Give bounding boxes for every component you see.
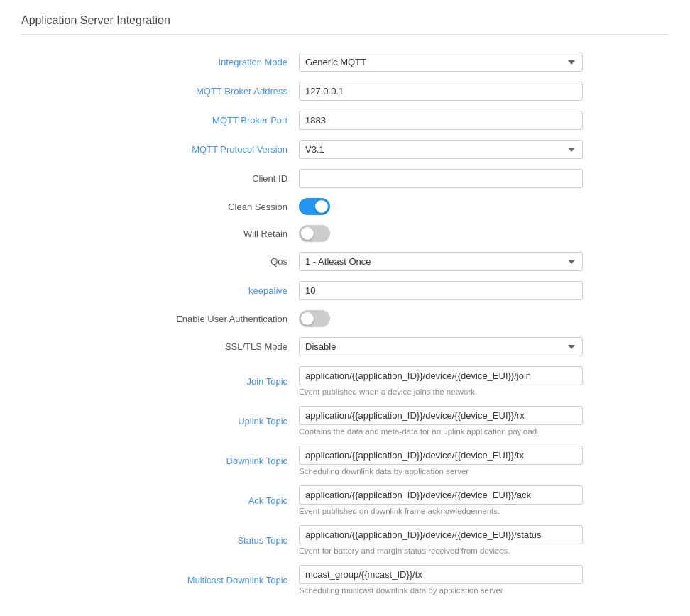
enable-user-auth-row: Enable User Authentication — [21, 305, 669, 332]
enable-user-auth-label: Enable User Authentication — [21, 305, 293, 332]
ssl-tls-mode-label: SSL/TLS Mode — [21, 332, 293, 361]
integration-mode-label: Integration Mode — [21, 48, 293, 77]
qos-row: Qos 0 - At most once 1 - Atleast Once 2 … — [21, 247, 669, 276]
mqtt-protocol-version-label: MQTT Protocol Version — [21, 135, 293, 164]
downlink-topic-cell: Scheduling downlink data by application … — [293, 441, 669, 480]
multicast-downlink-topic-input[interactable] — [299, 565, 583, 584]
mqtt-broker-port-input[interactable] — [299, 111, 583, 130]
downlink-topic-hint: Scheduling downlink data by application … — [299, 467, 583, 475]
ssl-tls-mode-cell: Disable CA signed Self-signed — [293, 332, 669, 361]
client-id-label: Client ID — [21, 164, 293, 193]
ack-topic-label: Ack Topic — [21, 480, 293, 520]
status-topic-cell: Event for battery and margin status rece… — [293, 520, 669, 560]
join-topic-input[interactable] — [299, 366, 583, 385]
qos-cell: 0 - At most once 1 - Atleast Once 2 - Ex… — [293, 247, 669, 276]
ssl-tls-mode-row: SSL/TLS Mode Disable CA signed Self-sign… — [21, 332, 669, 361]
qos-label: Qos — [21, 247, 293, 276]
keepalive-row: keepalive — [21, 276, 669, 305]
mqtt-broker-port-label: MQTT Broker Port — [21, 106, 293, 135]
uplink-topic-row: Uplink Topic Contains the data and meta-… — [21, 401, 669, 441]
mqtt-broker-address-cell — [293, 77, 669, 106]
mqtt-protocol-version-select[interactable]: V3.1 V3.1.1 V5.0 — [299, 140, 583, 159]
status-topic-row: Status Topic Event for battery and margi… — [21, 520, 669, 560]
status-topic-label: Status Topic — [21, 520, 293, 560]
join-topic-row: Join Topic Event published when a device… — [21, 361, 669, 401]
status-topic-input[interactable] — [299, 525, 583, 544]
multicast-downlink-topic-row: Multicast Downlink Topic Scheduling mult… — [21, 560, 669, 600]
uplink-topic-input[interactable] — [299, 406, 583, 425]
mqtt-protocol-version-cell: V3.1 V3.1.1 V5.0 — [293, 135, 669, 164]
uplink-topic-cell: Contains the data and meta-data for an u… — [293, 401, 669, 441]
qos-select[interactable]: 0 - At most once 1 - Atleast Once 2 - Ex… — [299, 252, 583, 271]
keepalive-input[interactable] — [299, 281, 583, 300]
mqtt-broker-address-label: MQTT Broker Address — [21, 77, 293, 106]
multicast-downlink-topic-cell: Scheduling multicast downlink data by ap… — [293, 560, 669, 600]
client-id-input[interactable] — [299, 169, 583, 188]
clean-session-toggle[interactable] — [299, 198, 330, 215]
keepalive-cell — [293, 276, 669, 305]
downlink-topic-input[interactable] — [299, 446, 583, 465]
mqtt-protocol-version-row: MQTT Protocol Version V3.1 V3.1.1 V5.0 — [21, 135, 669, 164]
client-id-cell — [293, 164, 669, 193]
status-topic-hint: Event for battery and margin status rece… — [299, 546, 583, 555]
will-retain-cell — [293, 220, 669, 247]
ack-topic-input[interactable] — [299, 485, 583, 505]
client-id-row: Client ID — [21, 164, 669, 193]
multicast-downlink-topic-label: Multicast Downlink Topic — [21, 560, 293, 600]
enable-user-auth-toggle[interactable] — [299, 310, 330, 327]
will-retain-label: Will Retain — [21, 220, 293, 247]
uplink-topic-hint: Contains the data and meta-data for an u… — [299, 427, 583, 436]
multicast-downlink-topic-hint: Scheduling multicast downlink data by ap… — [299, 586, 583, 595]
keepalive-label: keepalive — [21, 276, 293, 305]
join-topic-label: Join Topic — [21, 361, 293, 401]
downlink-topic-row: Downlink Topic Scheduling downlink data … — [21, 441, 669, 480]
enable-user-auth-cell — [293, 305, 669, 332]
will-retain-row: Will Retain — [21, 220, 669, 247]
downlink-topic-label: Downlink Topic — [21, 441, 293, 480]
integration-mode-cell: Generic MQTT TTN AWS IoT — [293, 48, 669, 77]
ack-topic-row: Ack Topic Event published on downlink fr… — [21, 480, 669, 520]
uplink-topic-label: Uplink Topic — [21, 401, 293, 441]
mqtt-broker-port-cell — [293, 106, 669, 135]
ssl-tls-mode-select[interactable]: Disable CA signed Self-signed — [299, 337, 583, 356]
integration-mode-select[interactable]: Generic MQTT TTN AWS IoT — [299, 53, 583, 72]
clean-session-row: Clean Session — [21, 193, 669, 220]
mqtt-broker-address-input[interactable] — [299, 82, 583, 101]
page-title: Application Server Integration — [21, 14, 669, 35]
will-retain-toggle[interactable] — [299, 225, 330, 242]
mqtt-broker-address-row: MQTT Broker Address — [21, 77, 669, 106]
ack-topic-cell: Event published on downlink frame acknow… — [293, 480, 669, 520]
integration-form: Integration Mode Generic MQTT TTN AWS Io… — [21, 48, 669, 600]
mqtt-broker-port-row: MQTT Broker Port — [21, 106, 669, 135]
integration-mode-row: Integration Mode Generic MQTT TTN AWS Io… — [21, 48, 669, 77]
ack-topic-hint: Event published on downlink frame acknow… — [299, 507, 583, 515]
join-topic-hint: Event published when a device joins the … — [299, 387, 583, 396]
clean-session-cell — [293, 193, 669, 220]
clean-session-label: Clean Session — [21, 193, 293, 220]
join-topic-cell: Event published when a device joins the … — [293, 361, 669, 401]
